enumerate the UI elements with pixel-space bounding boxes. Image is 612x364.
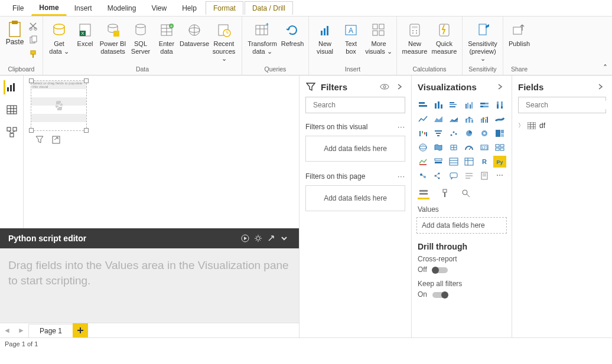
menu-modeling[interactable]: Modeling xyxy=(100,1,144,15)
quick-measure-button[interactable]: Quick measure xyxy=(430,20,458,57)
vg-narrative-icon[interactable] xyxy=(463,170,476,182)
report-canvas[interactable]: Select or drag fields to populate this v… xyxy=(24,76,299,228)
more-visuals-button[interactable]: More visuals ⌄ xyxy=(364,20,393,57)
visual-focus-icon[interactable] xyxy=(51,135,61,145)
data-view-icon[interactable] xyxy=(4,103,20,117)
transform-data-button[interactable]: Transform data ⌄ xyxy=(246,20,279,57)
collapse-filters-icon[interactable] xyxy=(395,81,405,92)
vg-stacked-area-icon[interactable] xyxy=(447,113,460,125)
collapse-fields-icon[interactable] xyxy=(595,81,606,92)
vg-clustered-column-icon[interactable] xyxy=(463,99,476,111)
vg-slicer-icon[interactable] xyxy=(432,156,445,168)
resize-handle[interactable] xyxy=(29,128,34,133)
filters-visual-more-icon[interactable]: ··· xyxy=(398,123,405,131)
dataverse-button[interactable]: Dataverse xyxy=(180,20,209,57)
vg-key-influencers-icon[interactable] xyxy=(416,170,429,182)
new-measure-button[interactable]: New measure xyxy=(401,20,429,57)
vg-donut-icon[interactable] xyxy=(478,127,491,139)
cross-report-toggle[interactable] xyxy=(432,267,448,273)
vg-paginated-icon[interactable] xyxy=(478,170,491,182)
text-box-button[interactable]: AText box xyxy=(338,20,363,57)
pbi-datasets-button[interactable]: Power BI datasets xyxy=(99,20,127,57)
vg-r-icon[interactable]: R xyxy=(478,156,491,168)
vg-treemap-icon[interactable] xyxy=(493,127,506,139)
vg-table-icon[interactable] xyxy=(447,156,460,168)
vg-line-column-icon[interactable] xyxy=(463,113,476,125)
script-options-icon[interactable] xyxy=(252,232,265,245)
page-prev-icon[interactable]: ◄ xyxy=(0,326,14,335)
vg-gauge-icon[interactable] xyxy=(463,142,476,153)
report-view-icon[interactable] xyxy=(4,80,20,94)
enter-data-button[interactable]: +Enter data xyxy=(154,20,179,57)
vg-line-clustered-icon[interactable] xyxy=(478,113,491,125)
collapse-editor-icon[interactable] xyxy=(278,232,291,245)
vg-python-icon[interactable]: Py xyxy=(493,156,506,168)
filters-search[interactable] xyxy=(305,97,405,113)
menu-insert[interactable]: Insert xyxy=(67,1,100,15)
menu-datadrill[interactable]: Data / Drill xyxy=(245,1,293,15)
visual-filter-icon[interactable] xyxy=(34,135,45,145)
sql-server-button[interactable]: SQL Server xyxy=(128,20,153,57)
menu-format[interactable]: Format xyxy=(206,1,243,15)
vis-tab-analytics-icon[interactable] xyxy=(460,188,472,199)
expand-icon[interactable]: 〉 xyxy=(518,122,524,130)
filters-page-more-icon[interactable]: ··· xyxy=(398,172,405,181)
paste-button[interactable]: Paste xyxy=(4,20,26,46)
collapse-ribbon-icon[interactable]: ˄ xyxy=(603,63,607,73)
popout-icon[interactable] xyxy=(265,232,278,245)
vg-waterfall-icon[interactable] xyxy=(416,127,429,139)
vg-100-bar-icon[interactable] xyxy=(478,99,491,111)
page-tab-1[interactable]: Page 1 xyxy=(28,324,73,337)
vg-stacked-bar-icon[interactable] xyxy=(416,99,429,111)
resize-handle[interactable] xyxy=(29,78,34,83)
vg-qa-icon[interactable] xyxy=(447,170,460,182)
filters-page-dropzone[interactable]: Add data fields here xyxy=(305,185,405,211)
recent-sources-button[interactable]: Recent sources ⌄ xyxy=(210,20,238,64)
model-view-icon[interactable] xyxy=(4,125,20,139)
vg-stacked-column-icon[interactable] xyxy=(432,99,445,111)
vg-decomposition-icon[interactable] xyxy=(432,170,445,182)
vg-clustered-bar-icon[interactable] xyxy=(447,99,460,111)
vg-filled-map-icon[interactable] xyxy=(432,142,445,153)
resize-handle[interactable] xyxy=(84,78,89,83)
values-dropzone[interactable]: Add data fields here xyxy=(416,217,507,234)
format-painter-button[interactable] xyxy=(27,48,39,60)
menu-view[interactable]: View xyxy=(144,1,174,15)
vg-kpi-icon[interactable] xyxy=(416,156,429,168)
excel-button[interactable]: XExcel xyxy=(73,20,97,57)
field-table-df[interactable]: 〉 df xyxy=(512,119,612,132)
vg-shape-map-icon[interactable] xyxy=(447,142,460,153)
fields-search-input[interactable] xyxy=(526,101,612,109)
vg-matrix-icon[interactable] xyxy=(463,156,476,168)
vg-card-icon[interactable]: 123 xyxy=(478,142,491,153)
vg-area-icon[interactable] xyxy=(432,113,445,125)
filters-visual-dropzone[interactable]: Add data fields here xyxy=(305,136,405,162)
run-script-icon[interactable] xyxy=(239,232,252,245)
sensitivity-button[interactable]: Sensitivity (preview) ⌄ xyxy=(466,20,499,64)
menu-file[interactable]: File xyxy=(5,1,31,15)
vg-100-column-icon[interactable] xyxy=(493,99,506,111)
resize-handle[interactable] xyxy=(84,128,89,133)
show-filters-icon[interactable] xyxy=(379,81,390,92)
add-page-button[interactable] xyxy=(73,323,88,337)
menu-home[interactable]: Home xyxy=(31,1,66,16)
page-next-icon[interactable]: ► xyxy=(14,326,28,335)
vg-ribbon-icon[interactable] xyxy=(493,113,506,125)
vis-tab-format-icon[interactable] xyxy=(439,188,451,199)
publish-button[interactable]: Publish xyxy=(507,20,532,57)
vg-get-more-icon[interactable]: ⋯ xyxy=(493,170,506,182)
new-visual-button[interactable]: New visual xyxy=(312,20,337,57)
copy-button[interactable] xyxy=(27,34,39,46)
vg-funnel-icon[interactable] xyxy=(432,127,445,139)
vg-pie-icon[interactable] xyxy=(463,127,476,139)
filters-search-input[interactable] xyxy=(313,101,402,109)
get-data-button[interactable]: Get data ⌄ xyxy=(47,20,71,57)
vg-multi-card-icon[interactable] xyxy=(493,142,506,153)
refresh-button[interactable]: Refresh xyxy=(280,20,305,57)
python-visual-placeholder[interactable]: Select or drag fields to populate this v… xyxy=(31,80,87,131)
collapse-vis-icon[interactable] xyxy=(495,81,506,92)
menu-help[interactable]: Help xyxy=(174,1,204,15)
fields-search[interactable] xyxy=(518,97,606,113)
cut-button[interactable] xyxy=(27,20,39,32)
vg-map-icon[interactable] xyxy=(416,142,429,153)
